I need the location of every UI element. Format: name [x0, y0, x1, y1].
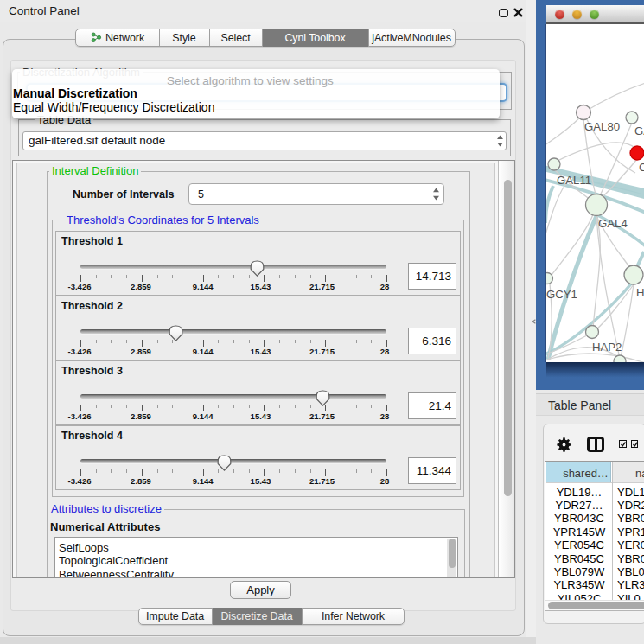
svg-text:GAL4: GAL4	[598, 217, 628, 230]
svg-text:GAL11: GAL11	[557, 174, 591, 187]
svg-text:HAP2: HAP2	[592, 341, 622, 354]
svg-text:GAL80: GAL80	[584, 120, 620, 133]
svg-text:H: H	[636, 286, 644, 299]
svg-text:C: C	[639, 161, 644, 174]
svg-text:GA: GA	[634, 124, 644, 137]
svg-text:GCY1: GCY1	[546, 288, 577, 301]
